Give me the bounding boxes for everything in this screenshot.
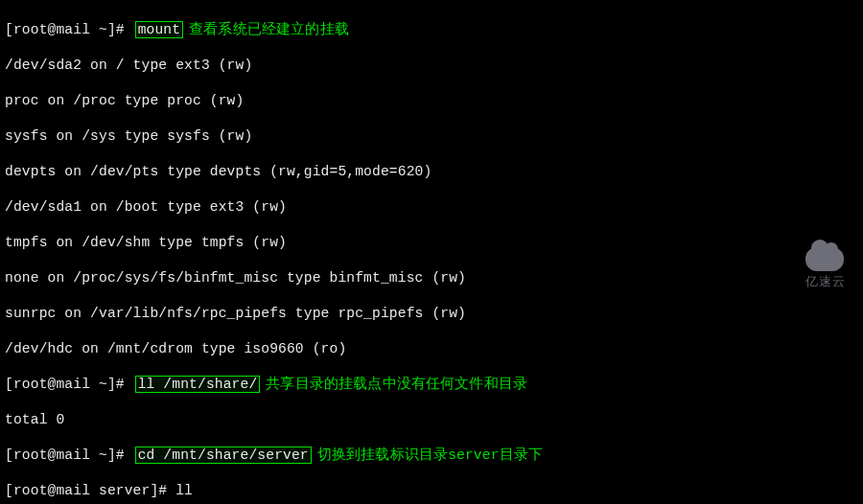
cmd-cd-server: cd /mnt/share/server	[135, 447, 312, 464]
anno-mount-1: 查看系统已经建立的挂载	[185, 21, 349, 39]
anno-cd-server: 切换到挂载标识目录server目录下	[314, 447, 543, 465]
terminal-session[interactable]: [root@mail ~]# mount查看系统已经建立的挂载 /dev/sda…	[0, 0, 863, 504]
prompt: [root@mail ~]#	[5, 447, 133, 463]
mount-out: sunrpc on /var/lib/nfs/rpc_pipefs type r…	[5, 305, 858, 323]
mount-out: /dev/sda1 on /boot type ext3 (rw)	[5, 198, 858, 217]
mount-out: devpts on /dev/pts type devpts (rw,gid=5…	[5, 163, 858, 181]
mount-out: /dev/sda2 on / type ext3 (rw)	[5, 57, 858, 75]
mount-out: sysfs on /sys type sysfs (rw)	[5, 127, 858, 146]
prompt: [root@mail ~]#	[5, 22, 133, 37]
mount-out: proc on /proc type proc (rw)	[5, 92, 858, 110]
prompt: [root@mail ~]#	[5, 377, 133, 392]
cmd-mount-1: mount	[135, 21, 184, 38]
ll-cmd: [root@mail server]# ll	[5, 482, 858, 500]
mount-out: /dev/hdc on /mnt/cdrom type iso9660 (ro)	[5, 340, 858, 358]
cmd-ll-share: ll /mnt/share/	[135, 376, 261, 393]
mount-out: none on /proc/sys/fs/binfmt_misc type bi…	[5, 269, 858, 287]
ll-total: total 0	[5, 411, 858, 429]
mount-out: tmpfs on /dev/shm type tmpfs (rw)	[5, 234, 858, 252]
anno-ll-share: 共享目录的挂载点中没有任何文件和目录	[262, 376, 527, 394]
